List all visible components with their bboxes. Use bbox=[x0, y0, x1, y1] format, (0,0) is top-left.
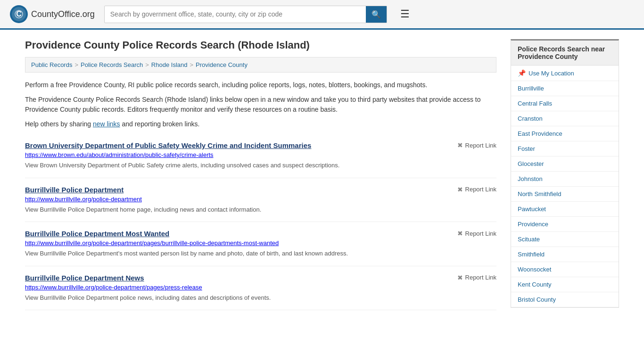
result-title-link[interactable]: Burrillville Police Department Most Want… bbox=[25, 230, 169, 238]
result-title-row: Burrillville Police Department Most Want… bbox=[25, 230, 496, 238]
search-icon: 🔍 bbox=[372, 10, 381, 18]
pin-icon: 📌 bbox=[518, 69, 526, 77]
result-url[interactable]: https://www.brown.edu/about/administrati… bbox=[25, 151, 496, 158]
search-button[interactable]: 🔍 bbox=[366, 6, 387, 23]
sidebar-use-location: 📌 Use My Location bbox=[511, 66, 619, 81]
description-3: Help others by sharing new links and rep… bbox=[25, 119, 496, 129]
description-1: Perform a free Providence County, RI pub… bbox=[25, 80, 496, 90]
sidebar-city-item: Cranston bbox=[511, 111, 619, 126]
result-title-row: Brown University Department of Public Sa… bbox=[25, 141, 496, 149]
result-url-link[interactable]: https://www.brown.edu/about/administrati… bbox=[25, 151, 214, 158]
result-item: Burrillville Police Department ✖︎ Report… bbox=[25, 178, 496, 222]
sidebar-city-link[interactable]: Foster bbox=[518, 145, 535, 152]
sidebar-city-link[interactable]: Pawtucket bbox=[518, 206, 546, 213]
page-container: Providence County Police Records Search … bbox=[16, 30, 628, 320]
site-header: C CountyOffice.org 🔍 ☰ bbox=[0, 0, 644, 30]
breadcrumb-sep-1: > bbox=[74, 61, 78, 68]
sidebar-city-link[interactable]: Central Falls bbox=[518, 100, 552, 107]
sidebar-city-link[interactable]: East Providence bbox=[518, 130, 562, 137]
sidebar-city-link[interactable]: Scituate bbox=[518, 236, 540, 243]
logo-text: CountyOffice.org bbox=[31, 9, 95, 19]
results-container: Brown University Department of Public Sa… bbox=[25, 134, 496, 310]
sidebar-city-item: Pawtucket bbox=[511, 202, 619, 217]
result-desc: View Burrillville Police Department's mo… bbox=[25, 249, 496, 258]
result-item: Burrillville Police Department Most Want… bbox=[25, 222, 496, 266]
logo-name-text: CountyOffice bbox=[31, 9, 80, 19]
sidebar-county-link[interactable]: Bristol County bbox=[518, 296, 556, 303]
desc3-after: and reporting broken links. bbox=[120, 120, 200, 128]
sidebar-city-link[interactable]: North Smithfield bbox=[518, 190, 561, 197]
report-link-button[interactable]: ✖︎ Report Link bbox=[457, 274, 496, 281]
desc3-before: Help others by sharing bbox=[25, 120, 93, 128]
sidebar: Police Records Search near Providence Co… bbox=[511, 39, 619, 310]
breadcrumb-rhode-island[interactable]: Rhode Island bbox=[151, 61, 188, 68]
search-input[interactable] bbox=[105, 7, 366, 22]
result-title-row: Burrillville Police Department ✖︎ Report… bbox=[25, 186, 496, 194]
report-link-button[interactable]: ✖︎ Report Link bbox=[457, 141, 496, 149]
result-desc: View Burrillville Police Department poli… bbox=[25, 293, 496, 303]
result-url[interactable]: https://www.burrillville.org/police-depa… bbox=[25, 284, 496, 291]
report-link-label: Report Link bbox=[465, 142, 496, 149]
sidebar-city-item: East Providence bbox=[511, 126, 619, 141]
sidebar-city-item: Scituate bbox=[511, 232, 619, 247]
logo-link[interactable]: C CountyOffice.org bbox=[9, 5, 95, 24]
result-desc: View Burrillville Police Department home… bbox=[25, 205, 496, 214]
breadcrumb-providence-county[interactable]: Providence County bbox=[196, 61, 248, 68]
report-link-label: Report Link bbox=[465, 274, 496, 281]
search-bar: 🔍 bbox=[104, 6, 387, 23]
breadcrumb-sep-2: > bbox=[145, 61, 149, 68]
logo-icon: C bbox=[9, 5, 28, 24]
sidebar-city-link[interactable]: Woonsocket bbox=[518, 266, 551, 273]
sidebar-city-link[interactable]: Glocester bbox=[518, 160, 544, 167]
result-item: Burrillville Police Department News ✖︎ R… bbox=[25, 266, 496, 311]
report-icon: ✖︎ bbox=[457, 230, 463, 237]
result-url[interactable]: http://www.burrillville.org/police-depar… bbox=[25, 196, 496, 203]
sidebar-counties: Kent CountyBristol County bbox=[511, 277, 619, 307]
sidebar-cities: BurrillvilleCentral FallsCranstonEast Pr… bbox=[511, 81, 619, 277]
logo-suffix-text: .org bbox=[80, 9, 95, 19]
result-desc: View Brown University Department of Publ… bbox=[25, 161, 496, 170]
sidebar-city-link[interactable]: Johnston bbox=[518, 175, 543, 182]
report-link-button[interactable]: ✖︎ Report Link bbox=[457, 230, 496, 237]
sidebar-city-item: Smithfield bbox=[511, 247, 619, 262]
sidebar-city-item: Foster bbox=[511, 141, 619, 156]
use-my-location-link[interactable]: Use My Location bbox=[528, 70, 574, 77]
sidebar-city-item: Glocester bbox=[511, 156, 619, 172]
sidebar-city-link[interactable]: Smithfield bbox=[518, 251, 545, 258]
sidebar-county-link[interactable]: Kent County bbox=[518, 281, 552, 288]
sidebar-city-link[interactable]: Burrillville bbox=[518, 85, 544, 92]
page-title: Providence County Police Records Search … bbox=[25, 39, 496, 51]
sidebar-box: Police Records Search near Providence Co… bbox=[511, 39, 619, 308]
breadcrumb-public-records[interactable]: Public Records bbox=[31, 61, 72, 68]
result-url-link[interactable]: http://www.burrillville.org/police-depar… bbox=[25, 196, 142, 203]
description-2: The Providence County Police Records Sea… bbox=[25, 95, 496, 115]
sidebar-city-item: Woonsocket bbox=[511, 262, 619, 277]
report-icon: ✖︎ bbox=[457, 274, 463, 281]
result-title-link[interactable]: Brown University Department of Public Sa… bbox=[25, 141, 311, 149]
result-title-row: Burrillville Police Department News ✖︎ R… bbox=[25, 274, 496, 282]
result-url-link[interactable]: http://www.burrillville.org/police-depar… bbox=[25, 239, 279, 247]
report-link-button[interactable]: ✖︎ Report Link bbox=[457, 186, 496, 193]
main-content: Providence County Police Records Search … bbox=[25, 39, 496, 310]
report-icon: ✖︎ bbox=[457, 186, 463, 193]
sidebar-city-item: Providence bbox=[511, 217, 619, 232]
breadcrumb-sep-3: > bbox=[190, 61, 193, 68]
sidebar-city-link[interactable]: Providence bbox=[518, 221, 548, 228]
result-title-link[interactable]: Burrillville Police Department News bbox=[25, 274, 144, 282]
result-url[interactable]: http://www.burrillville.org/police-depar… bbox=[25, 239, 496, 247]
sidebar-city-item: North Smithfield bbox=[511, 187, 619, 202]
breadcrumb-police-records-search[interactable]: Police Records Search bbox=[81, 61, 143, 68]
report-link-label: Report Link bbox=[465, 186, 496, 193]
sidebar-county-item: Kent County bbox=[511, 277, 619, 292]
result-url-link[interactable]: https://www.burrillville.org/police-depa… bbox=[25, 284, 202, 291]
report-link-label: Report Link bbox=[465, 230, 496, 237]
sidebar-city-item: Johnston bbox=[511, 172, 619, 187]
new-links-link[interactable]: new links bbox=[93, 120, 120, 128]
result-item: Brown University Department of Public Sa… bbox=[25, 134, 496, 178]
hamburger-menu-icon[interactable]: ☰ bbox=[400, 8, 410, 20]
sidebar-city-item: Central Falls bbox=[511, 96, 619, 111]
result-title-link[interactable]: Burrillville Police Department bbox=[25, 186, 124, 194]
sidebar-city-item: Burrillville bbox=[511, 81, 619, 96]
report-icon: ✖︎ bbox=[457, 141, 463, 149]
sidebar-city-link[interactable]: Cranston bbox=[518, 115, 543, 122]
